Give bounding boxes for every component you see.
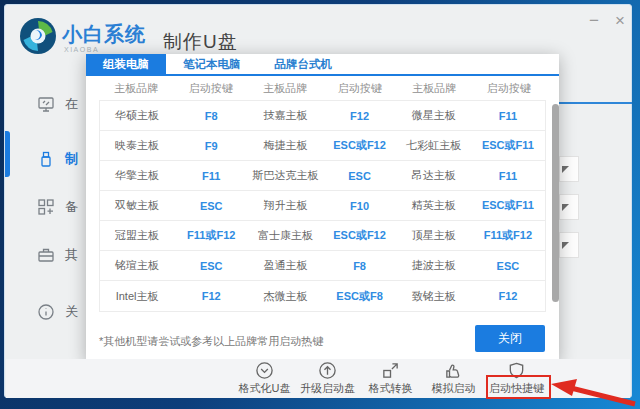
- app-logo-icon: [19, 17, 57, 55]
- boot-key-cell: ESC: [471, 260, 545, 272]
- brand-cell: 斯巴达克主板: [248, 168, 322, 183]
- footer-item-upgrade-disk[interactable]: 升级启动盘: [296, 361, 359, 396]
- sidebar-active-indicator: [5, 131, 10, 177]
- dialog-scrollbar-thumb[interactable]: [552, 104, 559, 302]
- boot-key-cell: F12: [174, 290, 248, 302]
- tab-bar: 组装电脑 笔记本电脑 品牌台式机: [86, 54, 559, 76]
- column-header: 启动按键: [174, 81, 249, 96]
- brand-cell: 技嘉主板: [248, 108, 322, 123]
- dropdown-stub[interactable]: [559, 156, 579, 182]
- tab-laptop[interactable]: 笔记本电脑: [166, 54, 258, 74]
- footer-item-label: 格式化U盘: [239, 381, 291, 396]
- brand-cell: 杰微主板: [248, 289, 322, 304]
- annotation-highlight-box: [486, 375, 551, 399]
- table-row: 华擎主板F11斯巴达克主板ESC昂达主板F11: [100, 161, 545, 191]
- boot-key-cell: F8: [322, 260, 396, 272]
- dropdown-stub[interactable]: [559, 194, 579, 220]
- brand-cell: 梅捷主板: [248, 138, 322, 153]
- monitor-icon: [37, 95, 55, 113]
- table-row: 映泰主板F9梅捷主板ESC或F12七彩虹主板ESC或F11: [100, 131, 545, 161]
- boot-key-cell: F12: [322, 110, 396, 122]
- brand-cell: 映泰主板: [100, 138, 174, 153]
- boot-hotkey-dialog: 组装电脑 笔记本电脑 品牌台式机 主板品牌启动按键主板品牌启动按键主板品牌启动按…: [86, 54, 559, 362]
- dialog-close-button[interactable]: 关闭: [475, 325, 545, 352]
- table-row: 冠盟主板F11或F12富士康主板ESC或F12顶星主板F11或F12: [100, 221, 545, 251]
- backup-grid-icon: [37, 198, 55, 216]
- info-icon: [37, 303, 55, 321]
- brand-cell: 七彩虹主板: [397, 138, 471, 153]
- arrow-up-circle-icon: [318, 361, 337, 380]
- boot-key-cell: F9: [174, 140, 248, 152]
- table-row: Intel主板F12杰微主板ESC或F8致铭主板F12: [100, 281, 545, 311]
- boot-key-cell: F11或F12: [174, 228, 248, 243]
- column-header: 主板品牌: [248, 81, 323, 96]
- usb-drive-icon: [37, 150, 55, 168]
- annotation-arrow-icon: [551, 376, 639, 408]
- boot-key-cell: ESC或F12: [322, 138, 396, 153]
- boot-key-cell: ESC或F11: [471, 138, 545, 153]
- table-header-row: 主板品牌启动按键主板品牌启动按键主板品牌启动按键: [86, 76, 559, 100]
- app-subtitle: XIAOBA: [64, 46, 99, 53]
- boot-key-cell: ESC: [322, 170, 396, 182]
- brand-cell: 富士康主板: [248, 228, 322, 243]
- table-row: 铭瑄主板ESC盈通主板F8捷波主板ESC: [100, 251, 545, 281]
- nav-underline: [559, 102, 632, 104]
- footer-item-label: 升级启动盘: [300, 381, 355, 396]
- boot-key-cell: F12: [471, 290, 545, 302]
- brand-cell: 双敏主板: [100, 198, 174, 213]
- minimize-button[interactable]: −: [581, 9, 607, 33]
- app-window: 小白系统 XIAOBA 制作U盘 − × 在 制 备 其 关: [4, 4, 632, 398]
- column-header: 主板品牌: [99, 81, 174, 96]
- app-title: 小白系统: [62, 21, 146, 48]
- page-title: 制作U盘: [163, 29, 238, 55]
- brand-cell: 致铭主板: [397, 289, 471, 304]
- column-header: 启动按键: [472, 81, 547, 96]
- tab-assembled-pc[interactable]: 组装电脑: [86, 54, 166, 74]
- brand-cell: 顶星主板: [397, 228, 471, 243]
- sidebar-item-label: 关: [65, 303, 78, 321]
- boot-key-cell: F11: [471, 110, 545, 122]
- boot-key-cell: ESC或F11: [471, 198, 545, 213]
- boot-key-cell: F8: [174, 110, 248, 122]
- brand-cell: 精英主板: [397, 198, 471, 213]
- brand-cell: 捷波主板: [397, 258, 471, 273]
- boot-key-cell: ESC: [174, 200, 248, 212]
- close-window-button[interactable]: ×: [607, 9, 633, 33]
- brand-cell: 微星主板: [397, 108, 471, 123]
- brand-cell: 冠盟主板: [100, 228, 174, 243]
- sidebar-item-label: 备: [65, 198, 78, 216]
- footer-item-simulate-boot[interactable]: 模拟启动: [422, 361, 485, 396]
- table-row: 华硕主板F8技嘉主板F12微星主板F11: [100, 101, 545, 131]
- check-circle-icon: [255, 361, 274, 380]
- footer-item-format-convert[interactable]: 格式转换: [359, 361, 422, 396]
- brand-cell: 盈通主板: [248, 258, 322, 273]
- footer-item-format-usb[interactable]: 格式化U盘: [233, 361, 296, 396]
- brand-cell: 华硕主板: [100, 108, 174, 123]
- dropdown-stub[interactable]: [559, 232, 579, 258]
- brand-cell: 昂达主板: [397, 168, 471, 183]
- brand-cell: 翔升主板: [248, 198, 322, 213]
- brand-cell: 铭瑄主板: [100, 258, 174, 273]
- boot-key-cell: F11: [471, 170, 545, 182]
- table-row: 双敏主板ESC翔升主板F10精英主板ESC或F11: [100, 191, 545, 221]
- boot-key-cell: F11: [174, 170, 248, 182]
- boot-key-cell: F10: [322, 200, 396, 212]
- column-header: 主板品牌: [397, 81, 472, 96]
- boot-key-cell: F11或F12: [471, 228, 545, 243]
- brand-cell: 华擎主板: [100, 168, 174, 183]
- brand-cell: Intel主板: [100, 289, 174, 304]
- boot-key-cell: ESC: [174, 260, 248, 272]
- thumb-up-icon: [444, 361, 463, 380]
- briefcase-icon: [37, 246, 55, 264]
- sidebar-item-label: 其: [65, 246, 78, 264]
- footer-item-label: 格式转换: [369, 381, 413, 396]
- footer-item-label: 模拟启动: [432, 381, 476, 396]
- boot-key-cell: ESC或F8: [322, 289, 396, 304]
- tab-brand-desktop[interactable]: 品牌台式机: [258, 54, 350, 74]
- sidebar-item-label: 制: [65, 150, 78, 168]
- sidebar-item-label: 在: [65, 95, 78, 113]
- boot-key-table-body: 华硕主板F8技嘉主板F12微星主板F11映泰主板F9梅捷主板ESC或F12七彩虹…: [99, 100, 546, 312]
- dialog-note: *其他机型请尝试或参考以上品牌常用启动热键: [99, 334, 323, 349]
- boot-key-cell: ESC或F12: [322, 228, 396, 243]
- column-header: 启动按键: [323, 81, 398, 96]
